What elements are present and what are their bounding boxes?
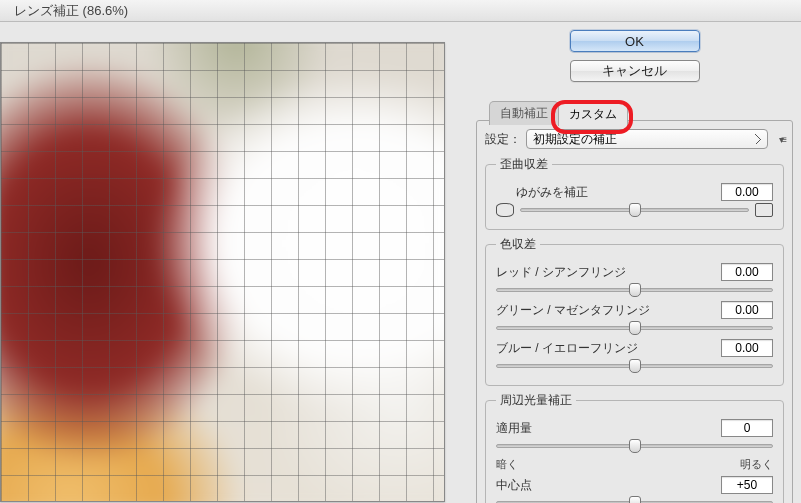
window-titlebar: レンズ補正 (86.6%) (0, 0, 801, 22)
chroma-green-input[interactable] (721, 301, 773, 319)
ok-button[interactable]: OK (570, 30, 700, 52)
pincushion-icon (755, 203, 773, 217)
group-vignette: 周辺光量補正 適用量 暗く 明るく 中心点 (485, 392, 784, 503)
chroma-red-label: レッド / シアンフリンジ (496, 264, 721, 281)
settings-panel: OK キャンセル 自動補正 カスタム 設定： 初期設定の補正 ▾ ≡ 歪曲収差 … (446, 22, 801, 503)
vignette-midpoint-label: 中心点 (496, 477, 721, 494)
tab-auto[interactable]: 自動補正 (489, 101, 559, 125)
remove-distortion-slider[interactable] (520, 203, 749, 217)
vignette-amount-label: 適用量 (496, 420, 721, 437)
chroma-blue-label: ブルー / イエローフリンジ (496, 340, 721, 357)
group-distortion-legend: 歪曲収差 (496, 156, 552, 173)
chroma-green-label: グリーン / マゼンタフリンジ (496, 302, 721, 319)
window-title: レンズ補正 (86.6%) (14, 3, 128, 18)
vignette-scale-dark: 暗く (496, 457, 518, 472)
vignette-scale-light: 明るく (740, 457, 773, 472)
settings-label: 設定： (485, 131, 521, 148)
vignette-amount-input[interactable] (721, 419, 773, 437)
chroma-green-slider[interactable] (496, 321, 773, 335)
vignette-midpoint-input[interactable] (721, 476, 773, 494)
settings-preset-value: 初期設定の補正 (533, 132, 617, 146)
settings-preset-select[interactable]: 初期設定の補正 (526, 129, 768, 149)
group-distortion: 歪曲収差 ゆがみを補正 (485, 156, 784, 230)
chroma-blue-slider[interactable] (496, 359, 773, 373)
chroma-red-input[interactable] (721, 263, 773, 281)
chroma-red-slider[interactable] (496, 283, 773, 297)
tab-custom[interactable]: カスタム (558, 102, 628, 126)
remove-distortion-input[interactable] (721, 183, 773, 201)
group-vignette-legend: 周辺光量補正 (496, 392, 576, 409)
group-chroma: 色収差 レッド / シアンフリンジ グリーン / マゼンタフリンジ ブルー / … (485, 236, 784, 386)
preview-canvas[interactable] (0, 42, 445, 502)
vignette-midpoint-slider[interactable] (496, 496, 773, 503)
cancel-button[interactable]: キャンセル (570, 60, 700, 82)
panel-menu-icon[interactable]: ▾ ≡ (779, 134, 784, 145)
barrel-icon (496, 203, 514, 217)
preview-area (0, 22, 446, 503)
grid-overlay (1, 43, 444, 501)
tab-container: 自動補正 カスタム 設定： 初期設定の補正 ▾ ≡ 歪曲収差 ゆがみを補正 (476, 120, 793, 503)
chroma-blue-input[interactable] (721, 339, 773, 357)
remove-distortion-label: ゆがみを補正 (496, 184, 721, 201)
group-chroma-legend: 色収差 (496, 236, 540, 253)
vignette-amount-slider[interactable] (496, 439, 773, 453)
